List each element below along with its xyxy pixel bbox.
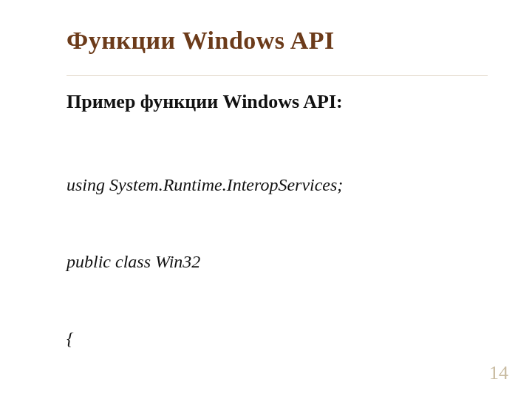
code-line: public class Win32 [66,249,488,275]
title-divider [66,75,488,76]
code-line: { [66,326,488,352]
page-number: 14 [489,362,508,384]
code-block: using System.Runtime.InteropServices; pu… [66,120,488,399]
slide: Функции Windows API Пример функции Windo… [0,0,532,399]
code-line: using System.Runtime.InteropServices; [66,172,488,198]
slide-title: Функции Windows API [66,27,488,55]
slide-subtitle: Пример функции Windows API: [66,91,488,113]
